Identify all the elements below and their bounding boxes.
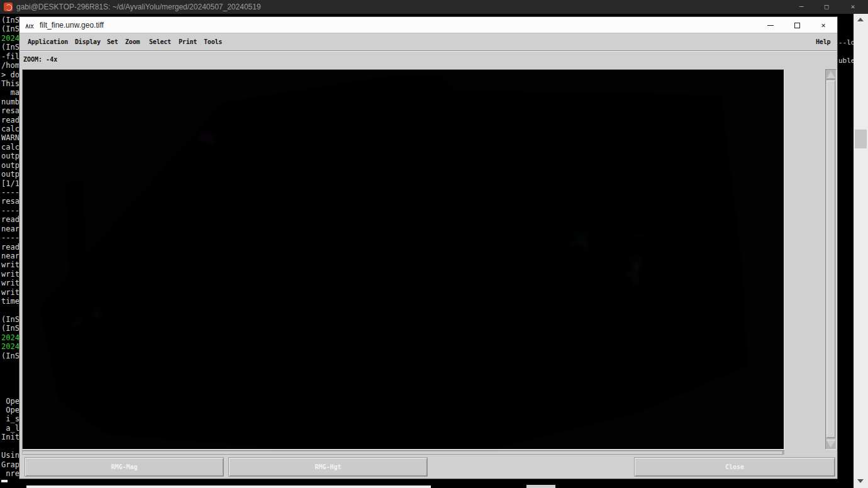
terminal-titlebar[interactable]: gabi@DESKTOP-296R81S: ~/d/AyvaliYolu/mer… (0, 0, 868, 14)
terminal-close-button[interactable]: ✕ (842, 0, 864, 14)
menubar-divider (20, 50, 837, 52)
menu-item-print[interactable]: Print (179, 34, 197, 50)
menu-item-select[interactable]: Select (149, 34, 171, 50)
scroll-down-arrow-icon[interactable] (857, 479, 864, 483)
viewer-close-button[interactable]: ✕ (811, 17, 836, 33)
viewer-scroll-up-icon[interactable] (826, 71, 835, 79)
scroll-up-arrow-icon[interactable] (857, 18, 864, 21)
viewer-window-icon (25, 21, 35, 29)
desktop: (InSA(InSA20240(InSA-file/home> doeThis … (0, 0, 868, 488)
menu-item-zoom[interactable]: Zoom (125, 34, 140, 50)
viewer-horizontal-scrollbar[interactable] (22, 450, 784, 455)
viewer-menubar: ApplicationDisplaySetZoomSelectPrintTool… (20, 34, 837, 50)
viewer-scroll-down-icon[interactable] (826, 440, 835, 448)
rmg-mag-button[interactable]: RMG-Mag (25, 457, 224, 477)
viewer-vertical-scrollbar[interactable] (825, 69, 837, 450)
terminal-app-icon (4, 3, 13, 11)
background-window-edge-2 (526, 485, 555, 488)
close-button[interactable]: Close (634, 457, 835, 477)
menu-item-application[interactable]: Application (28, 34, 68, 50)
menu-item-help[interactable]: Help (816, 34, 830, 50)
viewer-vscrollbar-thumb[interactable] (826, 80, 835, 438)
zoom-status: ZOOM: -4x (23, 53, 57, 66)
menu-item-display[interactable]: Display (75, 34, 101, 50)
viewer-maximize-button[interactable] (784, 17, 810, 33)
viewer-hscrollbar-thumb[interactable] (23, 452, 783, 455)
image-viewport (22, 69, 784, 450)
menu-item-tools[interactable]: Tools (204, 34, 222, 50)
maximize-icon (794, 23, 800, 28)
terminal-cursor (1, 480, 8, 482)
terminal-minimize-button[interactable]: ─ (790, 0, 813, 14)
rmg-hgt-button[interactable]: RMG-Hgt (228, 457, 428, 477)
minimize-icon (767, 25, 774, 26)
terminal-scrollbar-thumb[interactable] (855, 130, 867, 148)
terminal-maximize-button[interactable]: □ (815, 0, 838, 14)
viewer-minimize-button[interactable] (758, 17, 783, 33)
viewer-titlebar[interactable]: filt_fine.unw.geo.tiff ✕ (19, 17, 837, 33)
interferogram-image[interactable] (23, 70, 784, 449)
terminal-scrollbar[interactable] (854, 14, 868, 488)
viewer-title: filt_fine.unw.geo.tiff (40, 17, 104, 33)
terminal-title: gabi@DESKTOP-296R81S: ~/d/AyvaliYolu/mer… (16, 0, 261, 14)
background-window-edge (26, 485, 431, 488)
viewer-window: filt_fine.unw.geo.tiff ✕ ApplicationDisp… (19, 16, 838, 479)
menu-item-set[interactable]: Set (107, 34, 118, 50)
